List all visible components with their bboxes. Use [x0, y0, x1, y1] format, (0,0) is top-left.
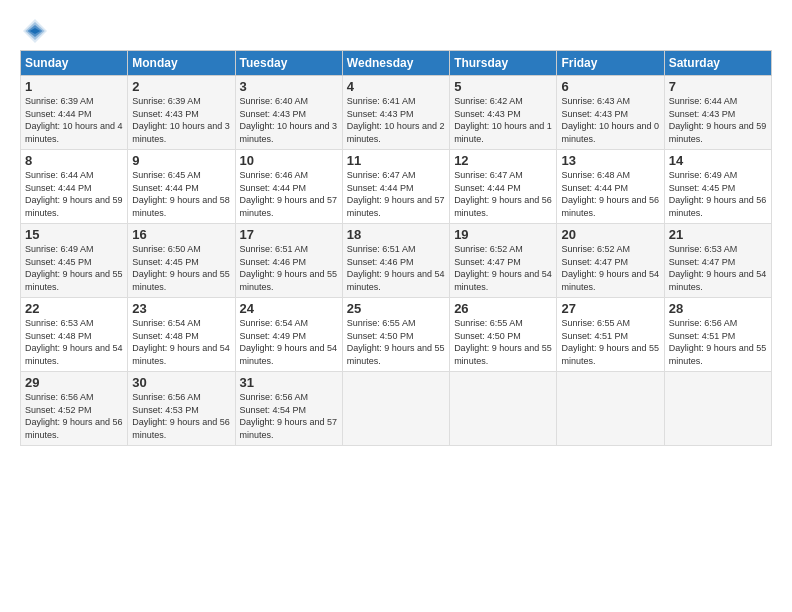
calendar-cell: 11 Sunrise: 6:47 AMSunset: 4:44 PMDaylig…	[342, 150, 449, 224]
logo-icon	[20, 16, 50, 46]
calendar-cell	[342, 372, 449, 446]
calendar-cell: 1 Sunrise: 6:39 AMSunset: 4:44 PMDayligh…	[21, 76, 128, 150]
calendar-cell: 23 Sunrise: 6:54 AMSunset: 4:48 PMDaylig…	[128, 298, 235, 372]
day-detail: Sunrise: 6:49 AMSunset: 4:45 PMDaylight:…	[669, 170, 767, 218]
day-number: 25	[347, 301, 445, 316]
day-number: 3	[240, 79, 338, 94]
day-detail: Sunrise: 6:51 AMSunset: 4:46 PMDaylight:…	[347, 244, 445, 292]
calendar-cell: 25 Sunrise: 6:55 AMSunset: 4:50 PMDaylig…	[342, 298, 449, 372]
calendar-cell: 18 Sunrise: 6:51 AMSunset: 4:46 PMDaylig…	[342, 224, 449, 298]
day-detail: Sunrise: 6:52 AMSunset: 4:47 PMDaylight:…	[454, 244, 552, 292]
day-number: 15	[25, 227, 123, 242]
day-detail: Sunrise: 6:55 AMSunset: 4:51 PMDaylight:…	[561, 318, 659, 366]
day-detail: Sunrise: 6:55 AMSunset: 4:50 PMDaylight:…	[347, 318, 445, 366]
calendar-cell: 6 Sunrise: 6:43 AMSunset: 4:43 PMDayligh…	[557, 76, 664, 150]
calendar-cell: 2 Sunrise: 6:39 AMSunset: 4:43 PMDayligh…	[128, 76, 235, 150]
header	[20, 16, 772, 46]
calendar-cell: 4 Sunrise: 6:41 AMSunset: 4:43 PMDayligh…	[342, 76, 449, 150]
day-number: 13	[561, 153, 659, 168]
day-detail: Sunrise: 6:51 AMSunset: 4:46 PMDaylight:…	[240, 244, 338, 292]
header-thursday: Thursday	[450, 51, 557, 76]
calendar-cell: 29 Sunrise: 6:56 AMSunset: 4:52 PMDaylig…	[21, 372, 128, 446]
calendar-cell: 28 Sunrise: 6:56 AMSunset: 4:51 PMDaylig…	[664, 298, 771, 372]
calendar-cell: 30 Sunrise: 6:56 AMSunset: 4:53 PMDaylig…	[128, 372, 235, 446]
calendar-cell	[557, 372, 664, 446]
day-number: 23	[132, 301, 230, 316]
day-detail: Sunrise: 6:56 AMSunset: 4:54 PMDaylight:…	[240, 392, 338, 440]
day-number: 24	[240, 301, 338, 316]
day-number: 1	[25, 79, 123, 94]
header-saturday: Saturday	[664, 51, 771, 76]
header-sunday: Sunday	[21, 51, 128, 76]
calendar-cell: 9 Sunrise: 6:45 AMSunset: 4:44 PMDayligh…	[128, 150, 235, 224]
day-detail: Sunrise: 6:54 AMSunset: 4:49 PMDaylight:…	[240, 318, 338, 366]
calendar-cell: 24 Sunrise: 6:54 AMSunset: 4:49 PMDaylig…	[235, 298, 342, 372]
day-number: 30	[132, 375, 230, 390]
calendar-cell	[450, 372, 557, 446]
calendar-cell: 7 Sunrise: 6:44 AMSunset: 4:43 PMDayligh…	[664, 76, 771, 150]
day-detail: Sunrise: 6:49 AMSunset: 4:45 PMDaylight:…	[25, 244, 123, 292]
calendar-cell	[664, 372, 771, 446]
day-number: 28	[669, 301, 767, 316]
calendar-cell: 3 Sunrise: 6:40 AMSunset: 4:43 PMDayligh…	[235, 76, 342, 150]
day-number: 14	[669, 153, 767, 168]
calendar-cell: 10 Sunrise: 6:46 AMSunset: 4:44 PMDaylig…	[235, 150, 342, 224]
calendar-week-2: 8 Sunrise: 6:44 AMSunset: 4:44 PMDayligh…	[21, 150, 772, 224]
calendar-cell: 12 Sunrise: 6:47 AMSunset: 4:44 PMDaylig…	[450, 150, 557, 224]
calendar-cell: 20 Sunrise: 6:52 AMSunset: 4:47 PMDaylig…	[557, 224, 664, 298]
calendar-cell: 8 Sunrise: 6:44 AMSunset: 4:44 PMDayligh…	[21, 150, 128, 224]
page-container: SundayMondayTuesdayWednesdayThursdayFrid…	[0, 0, 792, 456]
calendar-week-3: 15 Sunrise: 6:49 AMSunset: 4:45 PMDaylig…	[21, 224, 772, 298]
calendar-cell: 26 Sunrise: 6:55 AMSunset: 4:50 PMDaylig…	[450, 298, 557, 372]
day-number: 22	[25, 301, 123, 316]
day-number: 9	[132, 153, 230, 168]
day-detail: Sunrise: 6:41 AMSunset: 4:43 PMDaylight:…	[347, 96, 445, 144]
calendar-cell: 14 Sunrise: 6:49 AMSunset: 4:45 PMDaylig…	[664, 150, 771, 224]
day-number: 19	[454, 227, 552, 242]
calendar-week-1: 1 Sunrise: 6:39 AMSunset: 4:44 PMDayligh…	[21, 76, 772, 150]
day-detail: Sunrise: 6:56 AMSunset: 4:53 PMDaylight:…	[132, 392, 230, 440]
day-detail: Sunrise: 6:52 AMSunset: 4:47 PMDaylight:…	[561, 244, 659, 292]
calendar-body: 1 Sunrise: 6:39 AMSunset: 4:44 PMDayligh…	[21, 76, 772, 446]
day-detail: Sunrise: 6:56 AMSunset: 4:52 PMDaylight:…	[25, 392, 123, 440]
header-tuesday: Tuesday	[235, 51, 342, 76]
day-number: 2	[132, 79, 230, 94]
day-number: 17	[240, 227, 338, 242]
calendar-cell: 16 Sunrise: 6:50 AMSunset: 4:45 PMDaylig…	[128, 224, 235, 298]
day-number: 16	[132, 227, 230, 242]
day-number: 5	[454, 79, 552, 94]
header-monday: Monday	[128, 51, 235, 76]
header-friday: Friday	[557, 51, 664, 76]
day-detail: Sunrise: 6:44 AMSunset: 4:43 PMDaylight:…	[669, 96, 767, 144]
day-number: 11	[347, 153, 445, 168]
day-detail: Sunrise: 6:56 AMSunset: 4:51 PMDaylight:…	[669, 318, 767, 366]
day-number: 26	[454, 301, 552, 316]
calendar-week-5: 29 Sunrise: 6:56 AMSunset: 4:52 PMDaylig…	[21, 372, 772, 446]
day-number: 21	[669, 227, 767, 242]
day-detail: Sunrise: 6:50 AMSunset: 4:45 PMDaylight:…	[132, 244, 230, 292]
calendar-cell: 27 Sunrise: 6:55 AMSunset: 4:51 PMDaylig…	[557, 298, 664, 372]
day-detail: Sunrise: 6:44 AMSunset: 4:44 PMDaylight:…	[25, 170, 123, 218]
calendar-week-4: 22 Sunrise: 6:53 AMSunset: 4:48 PMDaylig…	[21, 298, 772, 372]
calendar-cell: 5 Sunrise: 6:42 AMSunset: 4:43 PMDayligh…	[450, 76, 557, 150]
calendar-cell: 17 Sunrise: 6:51 AMSunset: 4:46 PMDaylig…	[235, 224, 342, 298]
calendar-header-row: SundayMondayTuesdayWednesdayThursdayFrid…	[21, 51, 772, 76]
day-detail: Sunrise: 6:39 AMSunset: 4:43 PMDaylight:…	[132, 96, 230, 144]
day-detail: Sunrise: 6:48 AMSunset: 4:44 PMDaylight:…	[561, 170, 659, 218]
day-number: 31	[240, 375, 338, 390]
calendar-cell: 13 Sunrise: 6:48 AMSunset: 4:44 PMDaylig…	[557, 150, 664, 224]
day-number: 7	[669, 79, 767, 94]
day-number: 12	[454, 153, 552, 168]
day-detail: Sunrise: 6:54 AMSunset: 4:48 PMDaylight:…	[132, 318, 230, 366]
day-number: 6	[561, 79, 659, 94]
day-detail: Sunrise: 6:47 AMSunset: 4:44 PMDaylight:…	[454, 170, 552, 218]
day-number: 18	[347, 227, 445, 242]
calendar-cell: 15 Sunrise: 6:49 AMSunset: 4:45 PMDaylig…	[21, 224, 128, 298]
calendar-cell: 19 Sunrise: 6:52 AMSunset: 4:47 PMDaylig…	[450, 224, 557, 298]
day-detail: Sunrise: 6:53 AMSunset: 4:48 PMDaylight:…	[25, 318, 123, 366]
calendar-table: SundayMondayTuesdayWednesdayThursdayFrid…	[20, 50, 772, 446]
day-detail: Sunrise: 6:42 AMSunset: 4:43 PMDaylight:…	[454, 96, 552, 144]
day-detail: Sunrise: 6:53 AMSunset: 4:47 PMDaylight:…	[669, 244, 767, 292]
calendar-cell: 31 Sunrise: 6:56 AMSunset: 4:54 PMDaylig…	[235, 372, 342, 446]
day-number: 4	[347, 79, 445, 94]
